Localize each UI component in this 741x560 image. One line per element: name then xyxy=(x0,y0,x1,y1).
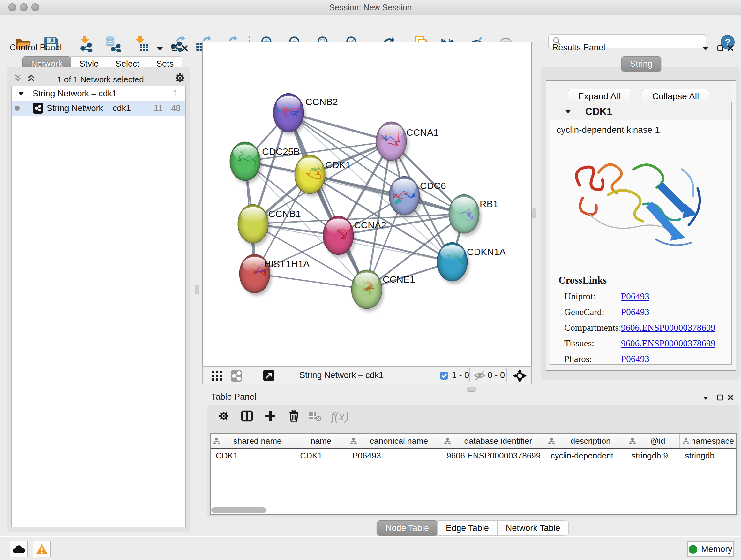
crosslink-link[interactable]: 9606.ENSP00000378699 xyxy=(621,338,716,349)
tab-edge-table[interactable]: Edge Table xyxy=(437,520,497,536)
results-scrollbar[interactable] xyxy=(732,81,736,370)
protein-structure-image xyxy=(560,134,723,271)
crosslink-link[interactable]: 9606.ENSP00000378699 xyxy=(621,322,716,333)
node-label-CCNE1: CCNE1 xyxy=(383,274,415,285)
import-network-database-icon[interactable] xyxy=(104,35,121,52)
table-cell[interactable]: stringdb:9... xyxy=(626,451,680,461)
table-tabs: Node TableEdge TableNetwork Table xyxy=(377,520,569,536)
toolbar-separator xyxy=(250,368,250,382)
node-label-RB1: RB1 xyxy=(480,199,498,209)
column-header-database-identifier[interactable]: database identifier xyxy=(441,434,545,448)
crosslink-row: Tissues:9606.ENSP00000378699 xyxy=(558,338,716,349)
gene-description: cyclin-dependent kinase 1 xyxy=(556,125,731,135)
tab-node-table[interactable]: Node Table xyxy=(377,520,437,536)
function-builder-icon-disabled: f(x) xyxy=(331,409,349,424)
node-label-CDK1: CDK1 xyxy=(325,160,351,170)
column-header-canonical-name[interactable]: canonical name xyxy=(347,434,441,448)
column-header-namespace[interactable]: namespace xyxy=(680,434,736,448)
network-share-icon[interactable] xyxy=(230,370,243,382)
gene-card: CDK1 cyclin-dependent kinase 1 Cr xyxy=(549,102,732,365)
card-collapse-icon[interactable] xyxy=(564,108,572,115)
column-header--id[interactable]: @id xyxy=(626,434,680,448)
node-CCNE1[interactable] xyxy=(351,270,384,312)
node-RB1[interactable] xyxy=(449,194,481,236)
tab-network-table[interactable]: Network Table xyxy=(497,520,569,536)
table-cell[interactable]: P06493 xyxy=(347,451,441,461)
table-cell[interactable]: CDK1 xyxy=(295,451,347,461)
control-panel-float-icon[interactable] xyxy=(171,45,178,52)
network-edge-count: 48 xyxy=(171,104,181,113)
results-panel-title: Results Panel xyxy=(552,43,605,53)
control-panel-title: Control Panel xyxy=(10,43,62,53)
network-row-selected[interactable]: String Network – cdk1 11 48 xyxy=(12,101,185,116)
node-label-CCNB1: CCNB1 xyxy=(268,208,301,219)
main-toolbar: ? xyxy=(0,15,741,42)
results-panel-menu-icon[interactable] xyxy=(702,45,709,52)
open-in-window-icon[interactable] xyxy=(263,369,275,381)
table-horizontal-scrollbar[interactable] xyxy=(211,507,266,513)
birdseye-grid-icon[interactable] xyxy=(212,370,222,381)
import-network-file-icon[interactable] xyxy=(77,35,95,52)
tree-expander-icon[interactable] xyxy=(17,90,25,98)
expand-all-tree-icon[interactable] xyxy=(26,73,37,83)
table-panel-float-icon[interactable] xyxy=(717,394,724,401)
node-CDK1[interactable] xyxy=(294,155,327,197)
selected-checkbox-icon[interactable] xyxy=(440,371,448,380)
control-panel-close-icon[interactable] xyxy=(181,45,188,52)
node-CDKN1A[interactable] xyxy=(437,242,469,284)
hidden-eye-icon[interactable] xyxy=(474,371,485,380)
cloud-status-button[interactable] xyxy=(10,541,28,557)
results-panel-close-icon[interactable] xyxy=(727,45,734,52)
gene-card-header[interactable]: CDK1 xyxy=(550,102,731,120)
cytoscape-window: Session: New Session xyxy=(0,0,741,560)
gene-name: CDK1 xyxy=(585,106,612,118)
table-gear-icon[interactable] xyxy=(218,410,229,422)
results-panel-float-icon[interactable] xyxy=(717,45,724,52)
network-node-count: 11 xyxy=(154,104,163,113)
node-CDC6[interactable] xyxy=(389,176,421,218)
fit-selected-crosshair-icon[interactable] xyxy=(513,369,527,383)
crosslink-row: Uniprot:P06493 xyxy=(558,291,716,302)
table-panel-menu-icon[interactable] xyxy=(702,395,709,401)
node-CCNB1[interactable] xyxy=(238,204,270,246)
memory-button[interactable]: Memory xyxy=(687,542,734,557)
warning-status-button[interactable] xyxy=(32,541,51,557)
node-CCNB2[interactable] xyxy=(273,93,306,135)
table-cell[interactable]: 9606.ENSP00000378699 xyxy=(441,451,545,461)
crosslink-link[interactable]: P06493 xyxy=(621,354,650,364)
collapse-all-tree-icon[interactable] xyxy=(13,73,23,83)
node-CCNA2[interactable] xyxy=(323,216,355,258)
network-canvas[interactable]: CCNB2CCNA1CDC25BCDK1CDC6RB1CCNB1CCNA2CDK… xyxy=(202,42,532,367)
node-label-CDKN1A: CDKN1A xyxy=(467,246,506,257)
toolbar-separator xyxy=(282,368,282,382)
crosslink-label: Pharos: xyxy=(564,354,621,364)
table-cell[interactable]: CDK1 xyxy=(211,451,295,461)
crosslink-link[interactable]: P06493 xyxy=(621,307,650,317)
column-header-description[interactable]: description xyxy=(545,434,626,448)
import-table-icon[interactable] xyxy=(133,35,150,52)
crosslink-label: GeneCard: xyxy=(564,307,621,317)
table-cell[interactable]: cyclin-dependent ... xyxy=(545,451,626,461)
column-header-shared-name[interactable]: shared name xyxy=(211,434,295,448)
column-header-name[interactable]: name xyxy=(295,434,347,448)
horizontal-splitter-handle[interactable] xyxy=(467,387,476,392)
show-columns-icon[interactable] xyxy=(241,410,253,422)
crosslink-row: Compartments:9606.ENSP00000378699 xyxy=(558,322,716,333)
node-CCNA1[interactable] xyxy=(376,122,408,164)
tab-string[interactable]: String xyxy=(621,56,661,71)
crosslink-row: GeneCard:P06493 xyxy=(558,307,716,317)
right-splitter-handle[interactable] xyxy=(532,208,536,218)
network-selection-summary: 1 of 1 Network selected xyxy=(48,75,153,84)
table-cell[interactable]: stringdb xyxy=(680,451,736,461)
delete-column-icon[interactable] xyxy=(288,410,300,422)
control-panel-menu-icon[interactable] xyxy=(156,45,163,52)
left-splitter-handle[interactable] xyxy=(195,285,199,294)
add-column-icon[interactable] xyxy=(265,410,276,422)
node-label-HIST1H1A: HIST1H1A xyxy=(264,259,310,269)
table-panel-title: Table Panel xyxy=(211,392,256,402)
table-panel-close-icon[interactable] xyxy=(727,394,734,401)
table-row[interactable]: CDK1CDK1P064939606.ENSP00000378699cyclin… xyxy=(211,449,736,462)
network-options-gear-icon[interactable] xyxy=(174,72,186,84)
network-collection-row[interactable]: String Network – cdk1 1 xyxy=(12,86,185,101)
crosslink-link[interactable]: P06493 xyxy=(621,291,650,302)
